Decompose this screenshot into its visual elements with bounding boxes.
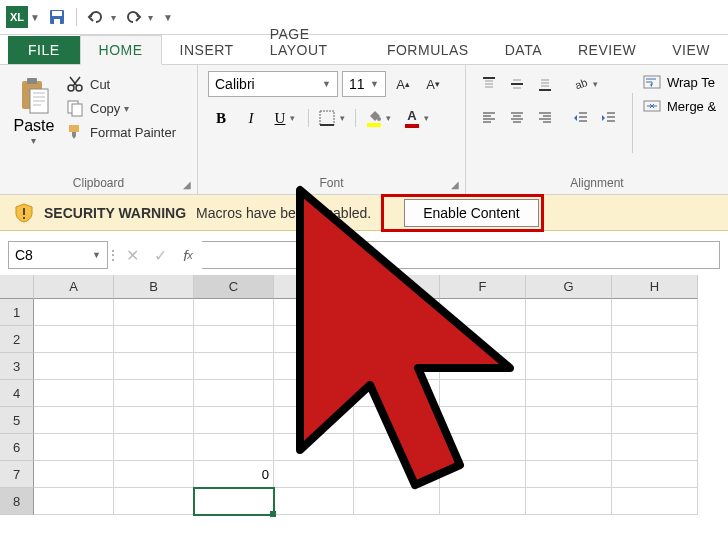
cell[interactable] <box>612 353 698 380</box>
cell[interactable] <box>526 434 612 461</box>
insert-function-button[interactable]: fx <box>174 241 202 269</box>
align-bottom-button[interactable] <box>532 71 558 97</box>
align-right-button[interactable] <box>532 105 558 131</box>
cell[interactable] <box>34 434 114 461</box>
row-header[interactable]: 6 <box>0 434 34 461</box>
cell[interactable] <box>440 353 526 380</box>
row-header[interactable]: 1 <box>0 299 34 326</box>
tab-page-layout[interactable]: PAGE LAYOUT <box>252 20 369 64</box>
tab-home[interactable]: HOME <box>80 35 162 65</box>
row-header[interactable]: 8 <box>0 488 34 515</box>
cell[interactable] <box>526 461 612 488</box>
row-header[interactable]: 4 <box>0 380 34 407</box>
name-box[interactable]: C8 ▼ <box>8 241 108 269</box>
cell[interactable] <box>194 326 274 353</box>
cell[interactable] <box>354 299 440 326</box>
orientation-button[interactable]: ab▾ <box>568 71 602 97</box>
align-top-button[interactable] <box>476 71 502 97</box>
align-center-button[interactable] <box>504 105 530 131</box>
cell[interactable]: 0 <box>194 461 274 488</box>
font-name-select[interactable]: Calibri▼ <box>208 71 338 97</box>
merge-center-button[interactable]: Merge & <box>643 97 716 115</box>
spreadsheet-grid[interactable]: ABCDEFGH 123456708 <box>0 275 728 515</box>
enable-content-button[interactable]: Enable Content <box>404 199 539 227</box>
cell[interactable] <box>114 326 194 353</box>
cell[interactable] <box>354 326 440 353</box>
cell[interactable] <box>526 326 612 353</box>
cell[interactable] <box>274 299 354 326</box>
format-painter-button[interactable]: Format Painter <box>66 123 176 141</box>
cell[interactable] <box>194 407 274 434</box>
column-headers[interactable]: ABCDEFGH <box>0 275 728 299</box>
cell[interactable] <box>114 299 194 326</box>
undo-button[interactable] <box>83 4 109 30</box>
cell[interactable] <box>612 326 698 353</box>
cell[interactable] <box>274 461 354 488</box>
cell[interactable] <box>612 299 698 326</box>
font-color-button[interactable]: A ▾ <box>400 105 434 131</box>
cell[interactable] <box>354 353 440 380</box>
cell[interactable] <box>34 407 114 434</box>
border-button[interactable]: ▾ <box>315 105 349 131</box>
italic-button[interactable]: I <box>238 105 264 131</box>
cell[interactable] <box>526 380 612 407</box>
copy-button[interactable]: Copy ▾ <box>66 99 176 117</box>
paste-button[interactable]: Paste ▾ <box>10 71 58 174</box>
cell[interactable] <box>440 380 526 407</box>
copy-dropdown[interactable]: ▾ <box>124 103 129 114</box>
select-all-corner[interactable] <box>0 275 34 299</box>
increase-font-size-button[interactable]: A▴ <box>390 71 416 97</box>
cell[interactable] <box>612 461 698 488</box>
row-header[interactable]: 5 <box>0 407 34 434</box>
save-button[interactable] <box>44 4 70 30</box>
cell[interactable] <box>114 461 194 488</box>
cell[interactable] <box>194 380 274 407</box>
row-header[interactable]: 2 <box>0 326 34 353</box>
cell[interactable] <box>526 353 612 380</box>
wrap-text-button[interactable]: Wrap Te <box>643 73 716 91</box>
column-header[interactable]: C <box>194 275 274 299</box>
cancel-formula-button[interactable]: ✕ <box>118 241 146 269</box>
underline-button[interactable]: U▾ <box>268 105 302 131</box>
redo-button[interactable] <box>120 4 146 30</box>
clipboard-dialog-launcher[interactable]: ◢ <box>183 179 191 190</box>
column-header[interactable]: E <box>354 275 440 299</box>
cell[interactable] <box>194 488 274 515</box>
cell[interactable] <box>34 353 114 380</box>
cell[interactable] <box>274 434 354 461</box>
cell[interactable] <box>34 326 114 353</box>
cell[interactable] <box>194 434 274 461</box>
cell[interactable] <box>354 434 440 461</box>
align-left-button[interactable] <box>476 105 502 131</box>
cell[interactable] <box>114 407 194 434</box>
cell[interactable] <box>194 353 274 380</box>
cell[interactable] <box>274 326 354 353</box>
cell[interactable] <box>114 488 194 515</box>
cell[interactable] <box>34 299 114 326</box>
column-header[interactable]: A <box>34 275 114 299</box>
cell[interactable] <box>274 380 354 407</box>
cell[interactable] <box>34 461 114 488</box>
tab-file[interactable]: FILE <box>8 36 80 64</box>
bold-button[interactable]: B <box>208 105 234 131</box>
cell[interactable] <box>354 380 440 407</box>
cell[interactable] <box>440 299 526 326</box>
cell[interactable] <box>354 488 440 515</box>
cell[interactable] <box>612 434 698 461</box>
font-dialog-launcher[interactable]: ◢ <box>451 179 459 190</box>
align-middle-button[interactable] <box>504 71 530 97</box>
column-header[interactable]: D <box>274 275 354 299</box>
row-header[interactable]: 7 <box>0 461 34 488</box>
cell[interactable] <box>440 407 526 434</box>
cell[interactable] <box>612 488 698 515</box>
paste-dropdown[interactable]: ▾ <box>31 135 36 146</box>
cell[interactable] <box>440 326 526 353</box>
tab-review[interactable]: REVIEW <box>560 36 654 64</box>
cell[interactable] <box>526 488 612 515</box>
column-header[interactable]: B <box>114 275 194 299</box>
cell[interactable] <box>114 353 194 380</box>
cell[interactable] <box>114 380 194 407</box>
decrease-font-size-button[interactable]: A▾ <box>420 71 446 97</box>
cell[interactable] <box>34 488 114 515</box>
cut-button[interactable]: Cut <box>66 75 176 93</box>
